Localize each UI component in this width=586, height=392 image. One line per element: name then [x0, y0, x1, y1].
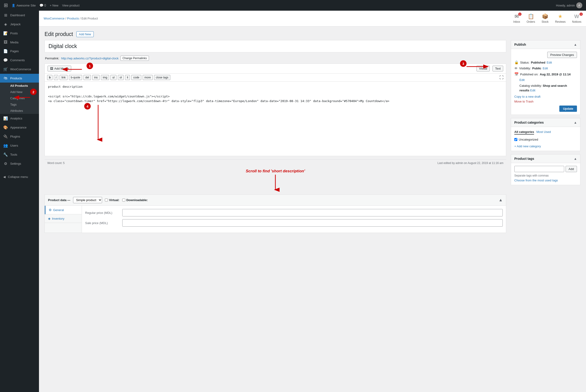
submenu-categories[interactable]: Categories — [0, 95, 39, 101]
publish-panel-title: Publish — [514, 43, 526, 46]
products-icon: 🛍 — [3, 76, 8, 80]
top-header: WooCommerce / Products / Edit Product ✉ … — [39, 11, 586, 26]
downloadable-checkbox[interactable] — [122, 198, 125, 202]
choose-tags-link[interactable]: Choose from the most used tags — [514, 178, 558, 182]
ins-button[interactable]: ins — [92, 75, 100, 80]
breadcrumb-products[interactable]: Products — [67, 17, 79, 20]
sidebar-item-label: Dashboard — [10, 14, 25, 17]
ul-button[interactable]: ul — [110, 75, 116, 80]
italic-button[interactable]: i — [54, 75, 58, 80]
notices-icon-item[interactable]: W 1 Notices — [572, 14, 581, 24]
editor-footer: Word count: 5 Last edited by admin on Au… — [44, 159, 506, 166]
close-tags-button[interactable]: close tags — [154, 75, 170, 80]
pd-tab-general[interactable]: ⚙ General — [45, 206, 82, 214]
sidebar-item-jetpack[interactable]: ◈ Jetpack — [0, 20, 39, 29]
most-used-tab[interactable]: Most Used — [536, 130, 551, 134]
regular-price-input[interactable] — [122, 209, 503, 216]
sidebar-item-dashboard[interactable]: ⊞ Dashboard — [0, 11, 39, 20]
sidebar-item-tools[interactable]: 🔧 Tools — [0, 150, 39, 159]
downloadable-check: Downloadable: — [122, 198, 148, 202]
sidebar-item-pages[interactable]: 📄 Pages — [0, 46, 39, 56]
sidebar-item-analytics[interactable]: 📊 Analytics — [0, 114, 39, 123]
ol-button[interactable]: ol — [118, 75, 124, 80]
submenu-add-new[interactable]: Add New — [0, 89, 39, 95]
comment-icon: 💬 0 — [40, 4, 46, 7]
site-name[interactable]: 👤 Awesome Site — [12, 4, 36, 7]
breadcrumb-woocommerce[interactable]: WooCommerce — [44, 17, 64, 20]
tags-panel: Product tags ▲ Add Separate tags with co… — [511, 154, 580, 185]
howdy-menu[interactable]: Howdy, admin A — [556, 2, 582, 8]
sale-price-input[interactable] — [122, 219, 503, 226]
top-icons: ✉ 1 Inbox 📋 Orders 📦 Stock ★ Reviews — [514, 14, 581, 24]
editor-content[interactable]: product description <script src="https:/… — [45, 82, 506, 156]
del-button[interactable]: del — [84, 75, 91, 80]
li-button[interactable]: li — [125, 75, 130, 80]
tags-add-button[interactable]: Add — [566, 166, 577, 172]
sidebar-item-comments[interactable]: 💬 Comments — [0, 56, 39, 65]
category-list: Uncategorized — [514, 137, 577, 142]
sidebar-item-label: Products — [10, 76, 22, 80]
publish-panel-header[interactable]: Publish ▲ — [511, 40, 580, 49]
product-title-input[interactable]: Digital clock — [48, 43, 502, 50]
pd-tab-inventory[interactable]: ◈ Inventory — [45, 214, 82, 223]
submenu-tags[interactable]: Tags — [0, 101, 39, 108]
sidebar-item-woocommerce[interactable]: 🛒 WooCommerce — [0, 65, 39, 74]
link-button[interactable]: link — [60, 75, 68, 80]
catalog-edit-link[interactable]: Edit — [530, 88, 535, 92]
copy-draft-link[interactable]: Copy to a new draft — [514, 95, 577, 98]
submenu-all-products[interactable]: All Products — [0, 82, 39, 89]
virtual-checkbox[interactable] — [105, 198, 108, 202]
code-button[interactable]: code — [131, 75, 141, 80]
uncategorized-checkbox[interactable] — [514, 138, 517, 141]
status-edit-link[interactable]: Edit — [547, 61, 552, 64]
categories-panel-header[interactable]: Product categories ▲ — [511, 118, 580, 127]
arrow-4 — [91, 102, 105, 144]
tags-panel-header[interactable]: Product tags ▲ — [511, 154, 580, 163]
settings-icon: ⚙ — [3, 162, 8, 166]
bold-button[interactable]: b — [47, 75, 52, 80]
permalink-url[interactable]: http://wp.adworks.cz/?product=digital-cl… — [61, 56, 118, 60]
tools-icon: 🔧 — [3, 152, 8, 157]
all-cats-tab[interactable]: All categories — [514, 130, 534, 134]
visibility-icon: 👁 — [514, 66, 518, 70]
stock-icon-item[interactable]: 📦 Stock — [542, 14, 549, 24]
update-button[interactable]: Update — [559, 106, 577, 112]
preview-changes-button[interactable]: Preview Changes — [547, 52, 577, 58]
add-new-category-link[interactable]: + Add new category — [514, 144, 541, 148]
stock-icon: 📦 — [542, 14, 548, 20]
img-button[interactable]: img — [101, 75, 109, 80]
product-type-select[interactable]: Simple product — [73, 197, 102, 203]
submenu-attributes[interactable]: Attributes — [0, 108, 39, 114]
sidebar-item-posts[interactable]: 📝 Posts — [0, 29, 39, 38]
tags-input[interactable] — [514, 166, 564, 172]
sidebar-item-label: Tools — [10, 153, 17, 156]
product-title-box: Digital clock — [44, 40, 506, 52]
text-tab[interactable]: Text — [492, 66, 503, 72]
new-item-button[interactable]: + New — [50, 4, 58, 7]
sidebar-item-label: Pages — [10, 50, 19, 53]
more-button[interactable]: more — [143, 75, 153, 80]
reviews-icon-item[interactable]: ★ Reviews — [555, 14, 566, 24]
inbox-icon-item[interactable]: ✉ 1 Inbox — [514, 14, 520, 24]
sidebar-item-settings[interactable]: ⚙ Settings — [0, 159, 39, 168]
add-new-button[interactable]: Add New — [76, 31, 94, 37]
orders-icon-item[interactable]: 📋 Orders — [526, 14, 535, 24]
sidebar-item-users[interactable]: 👥 Users — [0, 141, 39, 150]
sidebar-item-appearance[interactable]: 🎨 Appearance — [0, 123, 39, 132]
right-column: Publish ▲ Preview Changes 🔒 Status: Publ… — [511, 40, 580, 233]
product-data-collapse-icon[interactable]: ▲ — [498, 198, 503, 202]
bquote-button[interactable]: b-quote — [69, 75, 82, 80]
editor-format-bar: b i link b-quote del ins img ul ol li co… — [45, 74, 506, 82]
visibility-edit-link[interactable]: Edit — [542, 66, 548, 70]
sidebar-item-plugins[interactable]: 🔌 Plugins — [0, 132, 39, 141]
sidebar-item-products[interactable]: 🛍 Products — [0, 74, 39, 82]
products-submenu: All Products Add New Categories Tags Att… — [0, 82, 39, 114]
collapse-menu-button[interactable]: ◀ Collapse menu — [0, 173, 39, 181]
view-product-link[interactable]: View product — [62, 4, 80, 7]
sidebar-item-media[interactable]: 🖼 Media — [0, 38, 39, 46]
notices-icon: W — [574, 14, 579, 20]
fullscreen-icon[interactable]: ⛶ — [500, 75, 504, 80]
move-trash-link[interactable]: Move to Trash — [514, 100, 577, 103]
published-edit-link[interactable]: Edit — [520, 78, 524, 82]
change-permalinks-button[interactable]: Change Permalinks — [120, 56, 149, 61]
